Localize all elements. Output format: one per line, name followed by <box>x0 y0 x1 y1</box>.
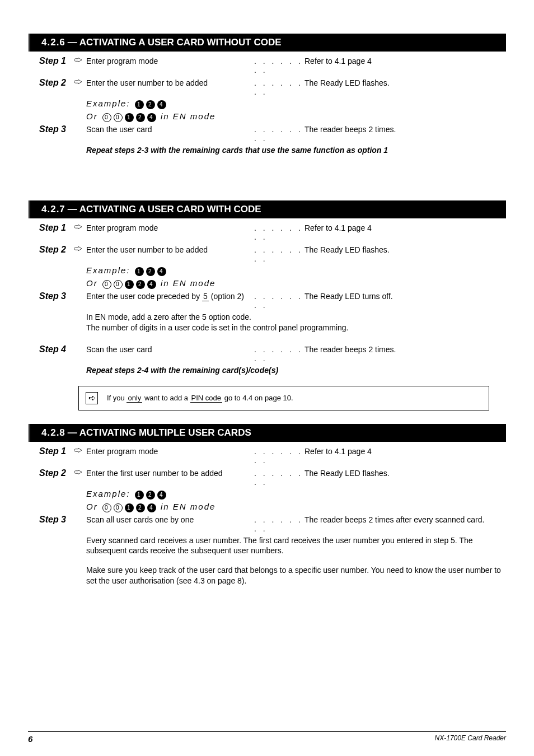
note-box: ➪ If you only want to add a PIN code go … <box>78 386 489 410</box>
step-row: Step 3 Enter the user code preceded by 5… <box>39 291 506 310</box>
point-icon <box>71 445 86 456</box>
point-icon <box>71 222 86 232</box>
step-row: Step 1 Enter program mode . . . . . . . … <box>39 222 506 241</box>
keypad-sequence: Example: 124 <box>86 265 506 276</box>
point-icon <box>71 55 86 66</box>
step-row: Step 3 Scan all user cards one by one . … <box>39 515 506 533</box>
repeat-note: Repeat steps 2-4 with the remaining card… <box>86 365 506 376</box>
point-icon <box>71 467 86 478</box>
page-footer: 6 NX-1700E Card Reader <box>28 731 506 744</box>
step-row: Step 2 Enter the first user number to be… <box>39 467 506 487</box>
step-row: Step 2 Enter the user number to be added… <box>39 77 506 96</box>
repeat-note: Repeat steps 2-3 with the remaining card… <box>86 145 506 156</box>
section-header: 4.2.8—ACTIVATING MULTIPLE USER CARDS <box>28 424 506 442</box>
step-row: Step 3 Scan the user card . . . . . . . … <box>39 124 506 143</box>
point-icon <box>71 244 86 254</box>
keypad-sequence: Or 00124 in EN mode <box>86 111 506 122</box>
keypad-sequence: Or 00124 in EN mode <box>86 502 506 512</box>
page-number: 6 <box>28 734 32 744</box>
point-icon <box>71 77 86 87</box>
step-row: Step 4 Scan the user card . . . . . . . … <box>39 344 506 363</box>
extra-note: The number of digits in a user code is s… <box>86 323 506 333</box>
section-header: 4.2.6—ACTIVATING A USER CARD WITHOUT COD… <box>28 34 506 52</box>
keypad-sequence: Or 00124 in EN mode <box>86 278 506 289</box>
arrow-icon: ➪ <box>86 392 98 404</box>
step-row: Step 1 Enter program mode . . . . . . . … <box>39 445 506 465</box>
keypad-sequence: Example: 124 <box>86 489 506 500</box>
extra-note: In EN mode, add a zero after the 5 optio… <box>86 312 506 323</box>
keypad-sequence: Example: 124 <box>86 99 506 109</box>
step-row: Step 1 Enter program mode . . . . . . . … <box>39 55 506 74</box>
info-note: Make sure you keep track of the user car… <box>86 565 506 586</box>
info-note: Every scanned card receives a user numbe… <box>86 535 506 557</box>
step-row: Step 2 Enter the user number to be added… <box>39 244 506 263</box>
doc-title: NX-1700E Card Reader <box>435 734 506 744</box>
section-header: 4.2.7—ACTIVATING A USER CARD WITH CODE <box>28 200 506 218</box>
